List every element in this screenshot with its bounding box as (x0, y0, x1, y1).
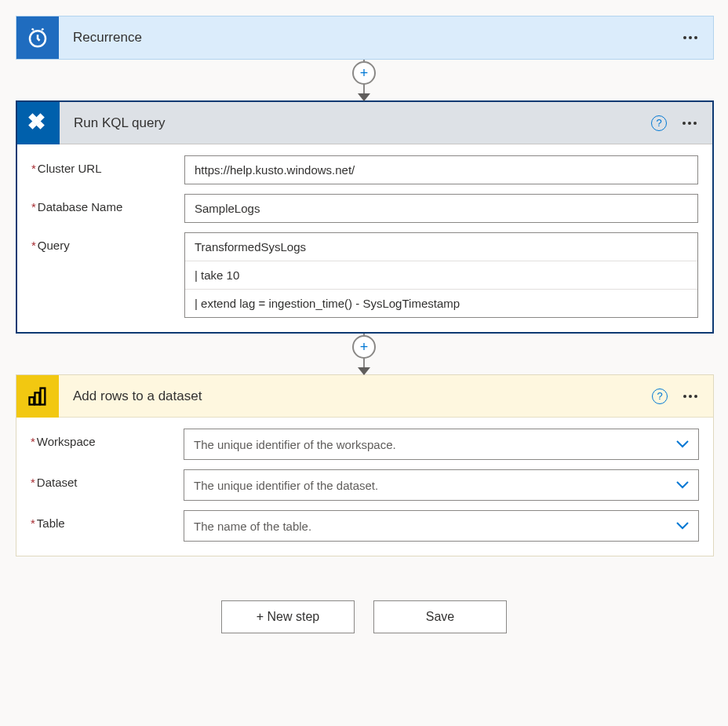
svg-rect-6 (30, 397, 35, 404)
step-title: Add rows to a dataset (59, 389, 652, 404)
step-header[interactable]: Recurrence (16, 16, 713, 59)
more-icon[interactable] (683, 395, 697, 398)
arrow-down-icon (358, 93, 370, 101)
step-body: *Workspace The unique identifier of the … (16, 418, 713, 556)
cluster-url-input[interactable] (184, 155, 698, 184)
field-dataset: *Dataset The unique identifier of the da… (31, 469, 699, 501)
svg-rect-8 (41, 388, 46, 404)
step-title: Run KQL query (60, 115, 651, 131)
field-query: *Query TransformedSysLogs | take 10 | ex… (31, 232, 698, 318)
step-header[interactable]: Add rows to a dataset ? (16, 375, 713, 418)
table-select[interactable]: The name of the table. (184, 510, 699, 542)
chevron-down-icon (676, 522, 689, 530)
more-icon[interactable] (683, 36, 697, 39)
help-icon[interactable]: ? (651, 115, 667, 131)
add-step-button[interactable]: + (352, 335, 376, 359)
field-workspace: *Workspace The unique identifier of the … (31, 429, 699, 460)
connector: + (16, 60, 712, 100)
chevron-down-icon (676, 440, 689, 448)
chevron-down-icon (676, 481, 689, 489)
powerbi-icon (16, 375, 59, 418)
svg-rect-7 (35, 392, 40, 404)
clock-icon (16, 16, 59, 59)
field-label: *Workspace (31, 429, 184, 448)
dataset-select[interactable]: The unique identifier of the dataset. (184, 469, 699, 501)
field-table: *Table The name of the table. (31, 510, 699, 542)
kusto-icon (17, 102, 60, 144)
step-add-rows-dataset[interactable]: Add rows to a dataset ? *Workspace The u… (16, 374, 714, 556)
help-icon[interactable]: ? (652, 389, 668, 404)
step-body: *Cluster URL *Database Name *Query Trans… (17, 144, 712, 332)
field-label: *Table (31, 510, 184, 530)
workspace-select[interactable]: The unique identifier of the workspace. (184, 429, 699, 460)
step-run-kql-query[interactable]: Run KQL query ? *Cluster URL *Database N… (16, 100, 714, 334)
query-line[interactable]: | extend lag = ingestion_time() - SysLog… (185, 290, 697, 317)
query-line[interactable]: | take 10 (185, 261, 697, 290)
query-line[interactable]: TransformedSysLogs (185, 233, 697, 261)
step-header[interactable]: Run KQL query ? (17, 102, 712, 144)
field-database-name: *Database Name (31, 194, 698, 223)
field-label: *Cluster URL (31, 155, 184, 175)
query-input[interactable]: TransformedSysLogs | take 10 | extend la… (184, 232, 698, 318)
save-button[interactable]: Save (373, 600, 507, 633)
step-recurrence[interactable]: Recurrence (16, 16, 714, 60)
field-label: *Query (31, 232, 184, 252)
field-label: *Dataset (31, 469, 184, 489)
connector: + (16, 334, 712, 374)
more-icon[interactable] (682, 122, 697, 125)
database-name-input[interactable] (184, 194, 698, 223)
step-title: Recurrence (59, 30, 683, 46)
field-label: *Database Name (31, 194, 184, 213)
footer-buttons: + New step Save (16, 600, 712, 633)
arrow-down-icon (358, 367, 370, 375)
new-step-button[interactable]: + New step (221, 600, 355, 633)
add-step-button[interactable]: + (352, 61, 376, 85)
field-cluster-url: *Cluster URL (31, 155, 698, 184)
